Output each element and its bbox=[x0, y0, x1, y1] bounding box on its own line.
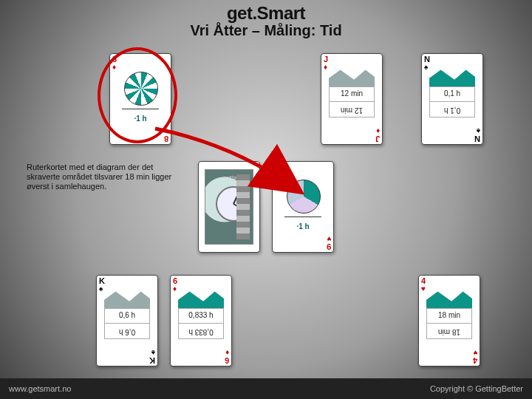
card-banner-mirror: 18 min bbox=[426, 323, 472, 339]
pie-label: ·1 h bbox=[110, 115, 171, 123]
card-pip-top: 9♥ bbox=[275, 163, 279, 179]
pie-icon bbox=[287, 180, 321, 214]
card-banner: 0,6 h bbox=[104, 308, 150, 324]
card-pip-top: 6♦ bbox=[173, 277, 177, 293]
card-diamond-6: 6♦ 0,833 h 0,833 h 6♦ bbox=[170, 275, 232, 366]
card-pip-top: 4♥ bbox=[421, 277, 426, 293]
card-banner: 0,833 h bbox=[178, 308, 224, 324]
footer-right: Copyright © GettingBetter bbox=[430, 384, 523, 393]
card-diamond-j: J♦ 12 min 12 min J♦ bbox=[321, 53, 383, 145]
card-clock-photo: getSmart bbox=[198, 161, 260, 253]
pie-icon bbox=[124, 72, 158, 106]
pie-label: ·1 h bbox=[273, 222, 333, 231]
card-banner-mirror: 12 min bbox=[329, 101, 375, 117]
card-pip-bottom: N♠ bbox=[474, 127, 480, 143]
card-diamond-8-pie: 8♦ ·1 h 8♦ bbox=[109, 53, 171, 145]
card-banner-mirror: 0,1 h bbox=[429, 101, 475, 117]
card-heart-4: 4♥ 18 min 18 min 4♥ bbox=[418, 275, 480, 366]
photo-strip bbox=[236, 174, 250, 239]
card-banner-mirror: 0,833 h bbox=[178, 323, 224, 339]
card-spade-k: K♠ 0,6 h 0,6 h K♠ bbox=[96, 275, 158, 366]
card-heart-9-pie: 9♥ ·1 h 9♥ bbox=[272, 161, 334, 253]
card-pip-top: J♦ bbox=[324, 55, 328, 71]
card-banner: 18 min bbox=[426, 308, 472, 324]
card-banner-mirror: 0,6 h bbox=[104, 323, 150, 339]
title-sub: Vri Åtter – Måling: Tid bbox=[0, 22, 532, 39]
footer-bar: www.getsmart.no Copyright © GettingBette… bbox=[0, 378, 532, 399]
card-pip-bottom: 8♦ bbox=[164, 127, 168, 143]
card-banner: 12 min bbox=[329, 86, 375, 103]
card-spade-n: N♠ 0,1 h 0,1 h N♠ bbox=[421, 53, 483, 145]
card-banner: 0,1 h bbox=[429, 86, 475, 103]
clock-photo: getSmart bbox=[205, 169, 253, 245]
explanatory-note: Ruterkortet med et diagram der det skrav… bbox=[27, 163, 174, 192]
slide-stage: get.Smart Vri Åtter – Måling: Tid 8♦ ·1 … bbox=[0, 0, 532, 399]
card-pip-top: 8♦ bbox=[112, 55, 117, 71]
card-pip-bottom: J♦ bbox=[375, 127, 380, 143]
card-pip-bottom: 4♥ bbox=[473, 349, 477, 364]
card-pip-bottom: K♠ bbox=[149, 349, 155, 364]
card-pip-bottom: 9♥ bbox=[327, 235, 331, 250]
title-main: get.Smart bbox=[0, 3, 532, 24]
footer-left: www.getsmart.no bbox=[9, 384, 71, 393]
card-pip-bottom: 6♦ bbox=[225, 349, 229, 364]
title-block: get.Smart Vri Åtter – Måling: Tid bbox=[0, 3, 532, 39]
